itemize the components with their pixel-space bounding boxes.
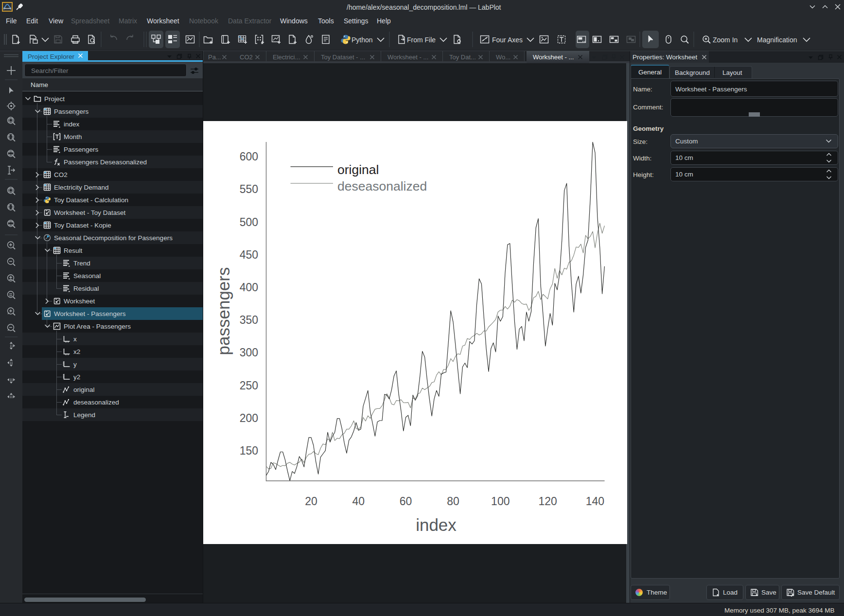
svg-text:80: 80 <box>447 495 459 508</box>
svg-text:20: 20 <box>305 495 317 508</box>
svg-text:350: 350 <box>240 314 258 326</box>
svg-text:140: 140 <box>586 495 604 508</box>
svg-text:600: 600 <box>240 150 258 163</box>
svg-text:120: 120 <box>538 495 557 508</box>
svg-text:300: 300 <box>240 346 258 359</box>
svg-text:400: 400 <box>240 281 258 294</box>
svg-text:100: 100 <box>491 495 510 508</box>
svg-text:passengers: passengers <box>214 267 233 355</box>
svg-text:150: 150 <box>240 444 258 457</box>
svg-text:250: 250 <box>240 379 258 392</box>
svg-text:500: 500 <box>240 216 258 229</box>
svg-text:550: 550 <box>240 183 258 195</box>
svg-text:450: 450 <box>240 248 258 261</box>
svg-text:index: index <box>416 515 457 534</box>
svg-text:original: original <box>337 162 379 177</box>
svg-text:200: 200 <box>240 412 258 424</box>
svg-text:40: 40 <box>352 495 365 508</box>
svg-text:deseasonalized: deseasonalized <box>337 179 427 194</box>
svg-text:60: 60 <box>400 495 412 508</box>
